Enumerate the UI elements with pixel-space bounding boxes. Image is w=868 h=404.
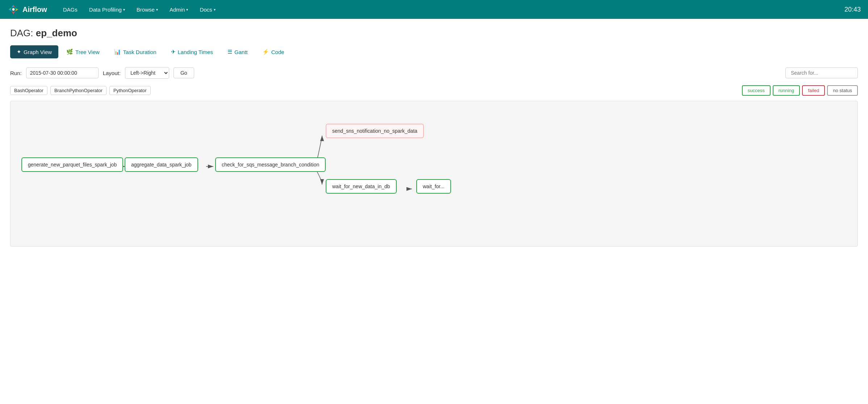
svg-marker-3 (15, 9, 18, 11)
status-success[interactable]: success (742, 85, 771, 96)
graph-canvas: generate_new_parquet_files_spark_job agg… (10, 101, 858, 247)
run-label: Run: (10, 70, 22, 76)
dag-graph: generate_new_parquet_files_spark_job agg… (11, 101, 857, 246)
dag-node-2[interactable]: aggregate_data_spark_job (125, 157, 198, 172)
tab-code[interactable]: ⚡ Code (256, 45, 291, 58)
layout-select[interactable]: Left->Right Top->Bottom (125, 67, 169, 79)
status-no-status[interactable]: no status (827, 85, 858, 96)
svg-marker-6 (8, 9, 12, 11)
chart-icon: 📊 (114, 49, 121, 55)
chevron-down-icon: ▾ (214, 8, 216, 12)
svg-point-8 (12, 8, 15, 11)
nav-data-profiling[interactable]: Data Profiling ▾ (84, 4, 130, 16)
tab-task-duration[interactable]: 📊 Task Duration (108, 45, 163, 58)
tab-landing-times[interactable]: ✈ Landing Times (164, 45, 220, 58)
airflow-logo (7, 3, 20, 16)
operator-tags: BashOperator BranchPythonOperator Python… (10, 86, 151, 95)
dag-node-5[interactable]: wait_for_new_data_in_db (326, 179, 397, 194)
dag-node-3[interactable]: check_for_sqs_message_branch_condition (215, 157, 326, 172)
code-icon: ⚡ (262, 49, 269, 55)
nav-browse[interactable]: Browse ▾ (132, 4, 163, 16)
svg-marker-4 (13, 11, 15, 14)
svg-marker-1 (12, 4, 13, 8)
dag-node-6[interactable]: wait_for... (416, 179, 451, 194)
tab-tree-view[interactable]: 🌿 Tree View (60, 45, 106, 58)
chevron-down-icon: ▾ (186, 8, 188, 12)
brand[interactable]: Airflow (7, 3, 47, 16)
nav-dags[interactable]: DAGs (58, 4, 83, 16)
legend-row: BashOperator BranchPythonOperator Python… (10, 85, 858, 96)
nav-admin[interactable]: Admin ▾ (164, 4, 193, 16)
dag-title: DAG: ep_demo (10, 28, 858, 39)
run-input[interactable] (26, 67, 99, 78)
operator-python[interactable]: PythonOperator (109, 86, 151, 95)
tree-icon: 🌿 (66, 49, 73, 55)
tab-graph-view[interactable]: ✦ Graph View (10, 45, 58, 58)
main-content: DAG: ep_demo ✦ Graph View 🌿 Tree View 📊 … (0, 19, 868, 255)
status-tags: success running failed no status (742, 85, 858, 96)
tabs-bar: ✦ Graph View 🌿 Tree View 📊 Task Duration… (10, 45, 858, 58)
status-failed[interactable]: failed (802, 85, 825, 96)
dag-node-4[interactable]: send_sns_notification_no_spark_data (326, 124, 424, 138)
gantt-icon: ☰ (228, 49, 232, 55)
svg-marker-5 (12, 11, 13, 14)
operator-branch[interactable]: BranchPythonOperator (50, 86, 107, 95)
operator-bash[interactable]: BashOperator (10, 86, 47, 95)
svg-marker-7 (8, 8, 12, 9)
navbar-nav: DAGs Data Profiling ▾ Browse ▾ Admin ▾ D… (58, 4, 844, 16)
svg-marker-2 (15, 8, 18, 9)
plane-icon: ✈ (171, 49, 176, 55)
svg-marker-0 (13, 4, 15, 8)
navbar-time: 20:43 (844, 6, 861, 13)
go-button[interactable]: Go (174, 67, 194, 78)
star-icon: ✦ (17, 49, 21, 55)
status-running[interactable]: running (773, 85, 800, 96)
chevron-down-icon: ▾ (156, 8, 158, 12)
nav-docs[interactable]: Docs ▾ (195, 4, 220, 16)
dag-node-1[interactable]: generate_new_parquet_files_spark_job (21, 157, 123, 172)
tab-gantt[interactable]: ☰ Gantt (221, 45, 254, 58)
dag-arrows-svg (11, 101, 857, 246)
search-input[interactable] (785, 67, 858, 78)
controls-row: Run: Layout: Left->Right Top->Bottom Go (10, 67, 858, 79)
layout-label: Layout: (103, 70, 121, 76)
navbar: Airflow DAGs Data Profiling ▾ Browse ▾ A… (0, 0, 868, 19)
chevron-down-icon: ▾ (123, 8, 125, 12)
